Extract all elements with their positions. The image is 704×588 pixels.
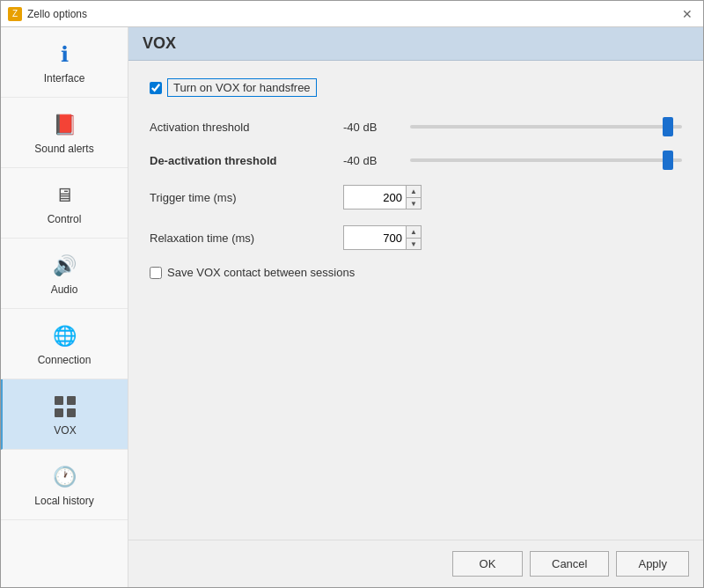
interface-icon: ℹ	[50, 40, 78, 69]
relaxation-time-row: Relaxation time (ms) ▲ ▼	[150, 225, 682, 250]
activation-slider-thumb[interactable]	[663, 117, 673, 136]
relaxation-time-spinbox-buttons: ▲ ▼	[406, 226, 421, 249]
save-vox-row: Save VOX contact between sessions	[150, 266, 682, 279]
relaxation-time-spinbox: ▲ ▼	[343, 225, 422, 250]
vox-checkbox-row: Turn on VOX for handsfree	[150, 78, 682, 97]
sidebar-label-audio: Audio	[51, 283, 78, 296]
svg-rect-1	[67, 396, 76, 405]
svg-rect-2	[55, 408, 63, 417]
footer: OK Cancel Apply	[128, 540, 703, 587]
activation-slider-container	[410, 118, 682, 136]
trigger-time-label: Trigger time (ms)	[150, 191, 343, 204]
close-button[interactable]: ✕	[678, 5, 696, 23]
svg-rect-3	[67, 408, 76, 417]
apply-button[interactable]: Apply	[616, 551, 689, 577]
sidebar-item-control[interactable]: 🖥 Control	[1, 168, 128, 239]
title-bar-left: Z Zello options	[8, 7, 87, 21]
title-bar: Z Zello options ✕	[1, 1, 703, 27]
ok-button[interactable]: OK	[452, 551, 523, 577]
local-history-icon: 🕐	[50, 463, 78, 491]
main-content: ℹ Interface 📕 Sound alerts 🖥 Control 🔊 A…	[1, 27, 703, 587]
relaxation-time-down-button[interactable]: ▼	[407, 238, 421, 249]
deactivation-value: -40 dB	[343, 154, 396, 167]
content-header: VOX	[128, 27, 703, 61]
sound-alerts-icon: 📕	[50, 111, 78, 139]
deactivation-slider-track	[410, 158, 682, 162]
activation-value: -40 dB	[343, 121, 396, 134]
connection-icon: 🌐	[50, 322, 78, 350]
sidebar-item-vox[interactable]: VOX	[1, 379, 128, 450]
sidebar: ℹ Interface 📕 Sound alerts 🖥 Control 🔊 A…	[1, 27, 128, 587]
relaxation-time-up-button[interactable]: ▲	[407, 226, 421, 238]
app-icon: Z	[8, 7, 22, 21]
vox-checkbox-label[interactable]: Turn on VOX for handsfree	[167, 78, 317, 97]
window-title: Zello options	[27, 8, 87, 20]
sidebar-item-connection[interactable]: 🌐 Connection	[1, 309, 128, 379]
save-vox-label[interactable]: Save VOX contact between sessions	[167, 266, 355, 279]
activation-slider-track	[410, 125, 682, 129]
trigger-time-spinbox-buttons: ▲ ▼	[406, 186, 421, 209]
relaxation-time-label: Relaxation time (ms)	[150, 232, 343, 245]
cancel-button[interactable]: Cancel	[530, 551, 609, 577]
sidebar-item-local-history[interactable]: 🕐 Local history	[1, 450, 128, 520]
trigger-time-row: Trigger time (ms) ▲ ▼	[150, 185, 682, 209]
relaxation-time-input[interactable]	[344, 226, 406, 249]
vox-icon	[51, 393, 79, 421]
content-title: VOX	[143, 34, 176, 52]
trigger-time-down-button[interactable]: ▼	[407, 197, 421, 209]
sidebar-label-connection: Connection	[38, 354, 92, 366]
audio-icon: 🔊	[50, 252, 78, 280]
deactivation-label: De-activation threshold	[150, 154, 343, 167]
save-vox-checkbox[interactable]	[150, 267, 162, 279]
sidebar-item-audio[interactable]: 🔊 Audio	[1, 239, 128, 309]
trigger-time-up-button[interactable]: ▲	[407, 186, 421, 197]
deactivation-threshold-row: De-activation threshold -40 dB	[150, 151, 682, 169]
sidebar-label-sound-alerts: Sound alerts	[34, 143, 93, 155]
deactivation-slider-container	[410, 151, 682, 169]
sidebar-item-sound-alerts[interactable]: 📕 Sound alerts	[1, 98, 128, 168]
main-window: Z Zello options ✕ ℹ Interface 📕 Sound al…	[0, 0, 704, 588]
trigger-time-input[interactable]	[344, 186, 406, 209]
sidebar-label-vox: VOX	[54, 424, 76, 437]
content-area: VOX Turn on VOX for handsfree Activation…	[128, 27, 703, 587]
svg-rect-0	[55, 396, 63, 405]
sidebar-item-interface[interactable]: ℹ Interface	[1, 27, 128, 98]
sidebar-label-control: Control	[48, 213, 82, 225]
control-icon: 🖥	[50, 181, 78, 209]
sidebar-label-local-history: Local history	[34, 495, 93, 507]
vox-checkbox[interactable]	[150, 82, 162, 94]
deactivation-slider-thumb[interactable]	[663, 151, 673, 170]
activation-label: Activation threshold	[150, 121, 343, 134]
trigger-time-spinbox: ▲ ▼	[343, 185, 422, 209]
activation-threshold-row: Activation threshold -40 dB	[150, 118, 682, 136]
sidebar-label-interface: Interface	[44, 72, 85, 85]
content-body: Turn on VOX for handsfree Activation thr…	[128, 61, 703, 540]
